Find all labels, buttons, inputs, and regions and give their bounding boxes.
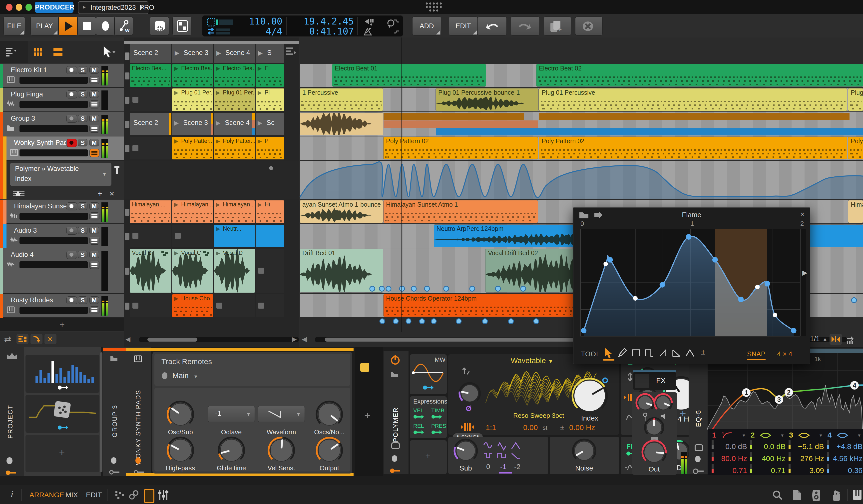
- polymer-mod-mw[interactable]: MW: [410, 354, 447, 394]
- solo-button[interactable]: S: [78, 251, 87, 259]
- band-gain-value[interactable]: +4.8 dB: [837, 442, 863, 451]
- arranger-clip-plug-01-percussive[interactable]: Plug 01 Percussive: [848, 88, 863, 111]
- launcher-scrollbar[interactable]: ◀▶: [124, 332, 299, 347]
- project-empty-card[interactable]: +: [25, 435, 99, 472]
- clip-play-icon[interactable]: ▶: [174, 201, 178, 208]
- clip-slot-himalayan-[interactable]: Himalayan ...: [130, 200, 171, 223]
- flame-grid-setting[interactable]: 4 × 4: [777, 350, 792, 358]
- osc-semitone-value[interactable]: 0.00: [523, 423, 538, 432]
- wavetable-preset-name[interactable]: Reso Sweep 3oct: [513, 412, 564, 419]
- time-signature-value[interactable]: 4/4: [240, 26, 282, 37]
- mixer-icon[interactable]: [159, 490, 168, 500]
- phase-knob[interactable]: [458, 381, 482, 405]
- close-launcher-button[interactable]: ×: [45, 334, 57, 344]
- clip-play-icon[interactable]: ▶: [258, 201, 262, 208]
- touch-icon[interactable]: [831, 489, 841, 501]
- clip-slot-plug-01-per-[interactable]: ▶Plug 01 Per...: [172, 88, 213, 111]
- plusminus-tool-icon[interactable]: ±: [701, 347, 705, 357]
- group-scene-cell[interactable]: ▶Sc: [255, 113, 284, 135]
- flame-plot-area[interactable]: [580, 229, 806, 336]
- sub-octave--1[interactable]: -1: [500, 463, 506, 471]
- stop-button[interactable]: [77, 16, 96, 36]
- add-automation-lane-button[interactable]: +: [98, 189, 102, 198]
- mouse-icon[interactable]: [391, 455, 400, 462]
- clip-stop-button[interactable]: [125, 209, 129, 216]
- lanes-view-icon[interactable]: [53, 48, 62, 56]
- band-freq-value[interactable]: 400 Hz: [762, 454, 786, 463]
- maximize-window-button[interactable]: [25, 4, 32, 11]
- group-scene-cell[interactable]: ▶Scene 3: [172, 113, 213, 135]
- eq-band-2[interactable]: 2▾0.0 dB400 Hz0.71: [750, 429, 787, 475]
- solo-button[interactable]: S: [78, 115, 87, 122]
- link-icon[interactable]: [129, 490, 138, 500]
- mute-button[interactable]: M: [89, 227, 99, 234]
- eq-band-3[interactable]: 3▾−5.1 dB276 Hz3.09: [788, 429, 825, 475]
- record-arm-button[interactable]: [66, 90, 77, 99]
- scene-play-icon[interactable]: ▶: [258, 119, 262, 126]
- search-icon[interactable]: [773, 490, 783, 500]
- clip-stop-button[interactable]: [125, 97, 129, 104]
- export-icon[interactable]: [846, 334, 856, 344]
- clip-launcher-toggle-button[interactable]: [172, 16, 191, 36]
- automation-lanes-button[interactable]: [89, 212, 99, 220]
- arranger-clip-plug-01-percussive[interactable]: Plug 01 Percussive: [539, 88, 847, 111]
- wavetable-title[interactable]: Wavetable: [511, 356, 546, 365]
- monitor-speaker-icon[interactable]: [812, 489, 821, 501]
- clip-play-icon[interactable]: ▶: [258, 89, 262, 96]
- solo-button[interactable]: S: [78, 202, 87, 210]
- volume-fader[interactable]: [20, 125, 88, 132]
- track-header-audio-3[interactable]: Audio 3SM: [0, 224, 124, 248]
- band-q-value[interactable]: 3.09: [810, 466, 824, 475]
- track-header-plug-finga[interactable]: Plug FingaSM: [0, 88, 124, 112]
- polymer-empty-slot[interactable]: +: [410, 440, 447, 474]
- mute-button[interactable]: M: [89, 251, 99, 259]
- loop-fade-icons[interactable]: [382, 15, 402, 37]
- chevron-down-icon[interactable]: ▾: [820, 432, 822, 438]
- minimize-window-button[interactable]: [16, 4, 22, 11]
- flame-snap-toggle[interactable]: SNAP: [747, 350, 765, 360]
- phase-random-icon[interactable]: Ø: [466, 404, 472, 413]
- mod-route-icon[interactable]: [58, 424, 68, 431]
- zoom-in-icon[interactable]: ▲: [823, 336, 827, 342]
- clip-play-icon[interactable]: ▶: [174, 138, 178, 144]
- track-header-audio-4[interactable]: Audio 4SM: [0, 248, 124, 294]
- flame-folder-icon[interactable]: [579, 210, 609, 219]
- track-remotes-header[interactable]: Track RemotesMain▾: [154, 354, 350, 386]
- clip-play-icon[interactable]: ▶: [216, 138, 220, 144]
- clip-stop-button[interactable]: [125, 233, 129, 240]
- octave-dropdown[interactable]: -1▾: [208, 406, 255, 422]
- tempo-value[interactable]: 110.00: [240, 16, 282, 27]
- empty-clip-slot[interactable]: [172, 225, 213, 247]
- flame-curve-editor[interactable]: ▶: [573, 219, 810, 348]
- band-freq-value[interactable]: 4.56 kHz: [833, 454, 863, 463]
- clip-stop-button[interactable]: [125, 303, 129, 310]
- solo-button[interactable]: S: [78, 227, 87, 234]
- step-tool-icon[interactable]: [645, 349, 654, 357]
- duplicate-button[interactable]: +: [544, 16, 571, 36]
- mute-button[interactable]: M: [89, 139, 99, 147]
- oscs-noise-knob[interactable]: [315, 400, 344, 429]
- empty-clip-slot[interactable]: [214, 294, 255, 317]
- mute-button[interactable]: M: [89, 297, 99, 304]
- pin-icon[interactable]: [113, 165, 122, 176]
- producer-badge[interactable]: PRODUCER: [35, 2, 73, 13]
- volume-fader[interactable]: [20, 237, 88, 244]
- volume-fader[interactable]: [20, 261, 88, 268]
- automation-param-selector[interactable]: Polymer » WavetableIndex▾: [10, 163, 111, 186]
- automation-source-icon[interactable]: [13, 190, 26, 198]
- polymer-noise-osc[interactable]: Noise: [550, 437, 619, 474]
- group-scene-cell[interactable]: ▶Scene 4: [214, 113, 255, 135]
- project-chart-card[interactable]: [25, 355, 99, 393]
- empty-clip-slot[interactable]: [130, 88, 171, 111]
- band-q-value[interactable]: 0.36: [848, 466, 863, 475]
- mute-button[interactable]: M: [89, 202, 99, 210]
- arranger-clip-himalayan-sunset-atmo-1[interactable]: Himalayan Sunset Atmo 1: [384, 200, 538, 223]
- clip-slot-neutr-[interactable]: ▶Neutr...: [214, 225, 255, 247]
- sub-octave--2[interactable]: -2: [514, 463, 521, 471]
- clip-slot-plug-01-per-[interactable]: ▶Plug 01 Per...: [214, 88, 255, 111]
- mute-button[interactable]: M: [89, 66, 99, 74]
- scroll-right-icon[interactable]: ▶: [292, 335, 297, 343]
- track-list-menu-icon[interactable]: [6, 47, 17, 57]
- band-q-value[interactable]: 0.71: [733, 466, 747, 475]
- automation-lanes-button[interactable]: [89, 149, 99, 157]
